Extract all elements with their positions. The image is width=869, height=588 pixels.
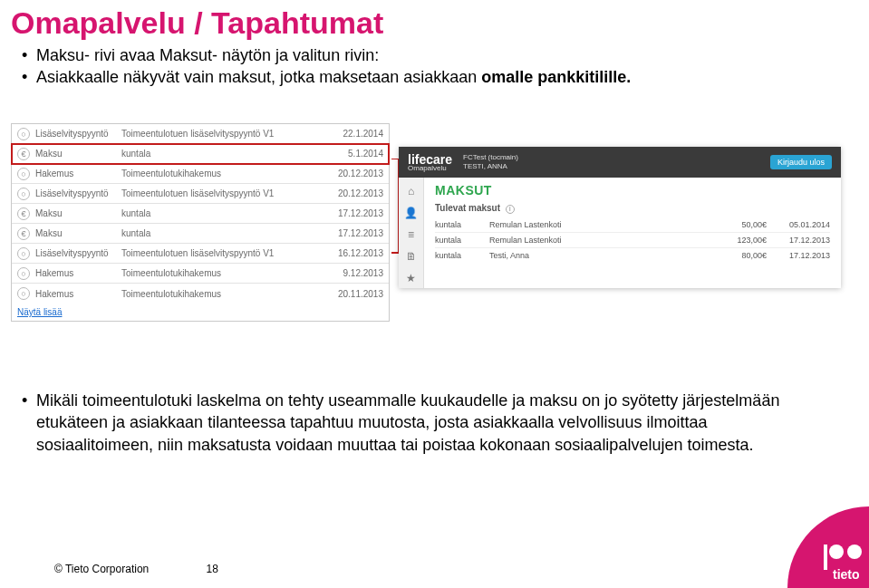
row-type: Maksu	[35, 208, 121, 218]
event-row[interactable]: €Maksukuntala17.12.2013	[12, 224, 389, 244]
row-type-icon: €	[17, 148, 30, 160]
pay-col-recipient: Remulan Lastenkoti	[489, 220, 712, 229]
row-date: 9.12.2013	[333, 268, 383, 278]
row-type: Hakemus	[35, 169, 121, 178]
pay-col-amount: 50,00€	[712, 220, 767, 229]
header-meta: FCTest (tocmain) TESTI, ANNA	[463, 153, 518, 170]
row-type: Hakemus	[35, 289, 121, 299]
top-bullet-list: Maksu- rivi avaa Maksut- näytön ja valit…	[0, 41, 869, 89]
svg-text:tieto: tieto	[833, 567, 860, 582]
row-type-icon: ○	[17, 188, 30, 200]
pay-col-date: 17.12.2013	[767, 251, 830, 260]
tieto-logo: tieto	[769, 506, 869, 588]
bullet-item: Maksu- rivi avaa Maksut- näytön ja valit…	[22, 44, 869, 66]
row-desc: kuntala	[121, 149, 333, 159]
row-type-icon: ○	[17, 128, 30, 140]
bullet-item: Asiakkaalle näkyvät vain maksut, jotka m…	[22, 66, 869, 88]
row-desc: Toimeentulotukihakemus	[121, 268, 333, 278]
pay-col-amount: 123,00€	[712, 236, 767, 245]
row-desc: Toimeentulotukihakemus	[121, 289, 333, 299]
logout-button[interactable]: Kirjaudu ulos	[770, 155, 832, 169]
svg-point-0	[829, 545, 844, 559]
row-type: Maksu	[35, 149, 121, 159]
row-type: Hakemus	[35, 268, 121, 278]
row-date: 17.12.2013	[333, 208, 383, 218]
home-icon[interactable]: ⌂	[401, 181, 421, 201]
panel-header: lifecare Omapalvelu FCTest (tocmain) TES…	[399, 147, 841, 178]
row-date: 5.1.2014	[333, 149, 383, 159]
meta-user: TESTI, ANNA	[463, 162, 518, 171]
svg-point-1	[847, 545, 862, 559]
row-type: Lisäselvityspyyntö	[35, 188, 121, 198]
row-date: 17.12.2013	[333, 228, 383, 238]
bullet-item: Mikäli toimeentulotuki laskelma on tehty…	[22, 390, 810, 456]
event-row[interactable]: ○LisäselvityspyyntöToimeentulotuen lisäs…	[12, 244, 389, 264]
star-icon[interactable]: ★	[401, 268, 421, 288]
panel-title: MAKSUT	[435, 183, 830, 198]
pay-col-date: 05.01.2014	[767, 220, 830, 229]
row-type: Lisäselvityspyyntö	[35, 129, 121, 139]
payment-row[interactable]: kuntalaRemulan Lastenkoti50,00€05.01.201…	[435, 217, 830, 233]
event-row[interactable]: €Maksukuntala5.1.2014	[12, 144, 389, 164]
user-icon[interactable]: 👤	[401, 203, 421, 223]
row-desc: kuntala	[121, 228, 333, 238]
event-row[interactable]: €Maksukuntala17.12.2013	[12, 204, 389, 224]
row-date: 20.12.2013	[333, 188, 383, 198]
bullet-bold-text: omalle pankkitilille.	[481, 68, 631, 86]
brand-subtitle: Omapalvelu	[408, 164, 452, 172]
pay-col-payer: kuntala	[435, 220, 489, 229]
info-icon[interactable]: i	[506, 205, 515, 214]
row-type-icon: €	[17, 207, 30, 220]
row-desc: Toimeentulotuen lisäselvityspyyntö V1	[121, 188, 333, 198]
row-date: 20.11.2013	[333, 289, 383, 299]
event-row[interactable]: ○LisäselvityspyyntöToimeentulotuen lisäs…	[12, 184, 389, 204]
row-date: 20.12.2013	[333, 169, 383, 178]
page-number: 18	[207, 563, 218, 575]
row-type: Lisäselvityspyyntö	[35, 248, 121, 258]
document-icon[interactable]: 🗎	[401, 246, 421, 266]
payment-row[interactable]: kuntalaRemulan Lastenkoti123,00€17.12.20…	[435, 233, 830, 248]
event-row[interactable]: ○HakemusToimeentulotukihakemus9.12.2013	[12, 264, 389, 284]
pay-col-payer: kuntala	[435, 251, 489, 260]
svg-rect-2	[824, 545, 827, 570]
row-type: Maksu	[35, 228, 121, 238]
row-desc: Toimeentulotuen lisäselvityspyyntö V1	[121, 248, 333, 258]
row-type-icon: ○	[17, 267, 30, 280]
maksut-panel: lifecare Omapalvelu FCTest (tocmain) TES…	[399, 147, 841, 288]
subtitle-text: Tulevat maksut	[435, 203, 500, 213]
bullet-text: Asiakkaalle näkyvät vain maksut, jotka m…	[36, 68, 477, 86]
row-desc: Toimeentulotukihakemus	[121, 169, 333, 178]
event-row[interactable]: ○HakemusToimeentulotukihakemus20.12.2013	[12, 164, 389, 184]
events-panel: ○LisäselvityspyyntöToimeentulotuen lisäs…	[11, 123, 390, 322]
pay-col-amount: 80,00€	[712, 251, 767, 260]
pay-col-date: 17.12.2013	[767, 236, 830, 245]
panel-subtitle: Tulevat maksut i	[435, 203, 830, 214]
lower-bullet-list: Mikäli toimeentulotuki laskelma on tehty…	[22, 390, 810, 456]
pay-col-payer: kuntala	[435, 236, 489, 245]
row-desc: Toimeentulotuen lisäselvityspyyntö V1	[121, 129, 333, 139]
pay-col-recipient: Remulan Lastenkoti	[489, 236, 712, 245]
event-row[interactable]: ○HakemusToimeentulotukihakemus20.11.2013	[12, 284, 389, 304]
show-more-link[interactable]: Näytä lisää	[12, 304, 389, 321]
slide-footer: © Tieto Corporation 18	[54, 563, 218, 575]
row-type-icon: ○	[17, 247, 30, 260]
row-type-icon: €	[17, 227, 30, 240]
row-desc: kuntala	[121, 208, 333, 218]
copyright-text: © Tieto Corporation	[54, 563, 149, 575]
event-row[interactable]: ○LisäselvityspyyntöToimeentulotuen lisäs…	[12, 124, 389, 144]
panel-sidebar: ⌂ 👤 ≡ 🗎 ★	[399, 178, 424, 288]
row-date: 16.12.2013	[333, 248, 383, 258]
pay-col-recipient: Testi, Anna	[489, 251, 712, 260]
row-type-icon: ○	[17, 287, 30, 300]
row-type-icon: ○	[17, 168, 30, 180]
slide-title: Omapalvelu / Tapahtumat	[0, 0, 869, 41]
meta-env: FCTest (tocmain)	[463, 153, 518, 162]
payment-row[interactable]: kuntalaTesti, Anna80,00€17.12.2013	[435, 248, 830, 263]
row-date: 22.1.2014	[333, 129, 383, 139]
list-icon[interactable]: ≡	[401, 225, 421, 245]
